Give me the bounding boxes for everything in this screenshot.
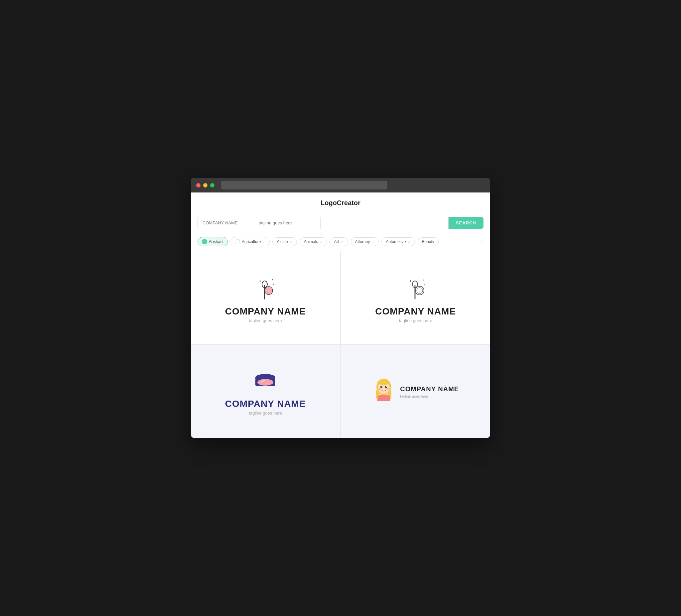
filter-label-abstract: Abstract	[209, 239, 224, 244]
filter-label-automotive: Automotive	[386, 239, 406, 244]
filter-automotive[interactable]: Automotive ✓	[381, 237, 415, 246]
svg-text:✦: ✦	[424, 283, 425, 285]
logo4-text: COMPANY NAME tagline goes here	[400, 385, 459, 398]
svg-point-27	[386, 386, 387, 387]
company-name-3: COMPANY NAME	[225, 399, 306, 409]
svg-text:✦: ✦	[273, 283, 274, 285]
logo-card-4[interactable]: COMPANY NAME tagline goes here	[341, 345, 490, 438]
url-bar[interactable]	[221, 181, 387, 189]
svg-point-29	[386, 388, 389, 390]
svg-rect-15	[255, 377, 275, 379]
tagline-input[interactable]	[254, 217, 321, 229]
close-button[interactable]	[196, 183, 201, 187]
tagline-1: tagline goes here	[249, 318, 282, 323]
svg-text:✦: ✦	[259, 279, 261, 283]
checkmark-automotive: ✓	[408, 240, 411, 244]
tagline-4: tagline goes here	[400, 394, 459, 398]
app-header: LogoCreator	[191, 192, 490, 212]
svg-point-26	[382, 386, 382, 387]
logo-icon-1: ✦ ✦ ✦	[252, 272, 279, 302]
svg-point-10	[417, 287, 423, 293]
filter-agriculture[interactable]: Agriculture ✓	[230, 237, 270, 246]
extra-input[interactable]	[321, 217, 449, 229]
filter-label-attorney: Attorney	[355, 239, 370, 244]
filter-label-airline: Airline	[277, 239, 287, 244]
logo-icon-2: ✦ ✦ ✦	[402, 272, 429, 302]
tagline-2: tagline goes here	[399, 318, 432, 323]
filter-label-animals: Animals	[304, 239, 318, 244]
svg-point-17	[257, 379, 273, 386]
svg-point-25	[385, 386, 387, 388]
checkmark-animals: ✓	[320, 240, 323, 244]
filter-art[interactable]: Art ✓	[330, 237, 348, 246]
checkmark-agriculture: ✓	[262, 240, 266, 244]
logo-inline-4: COMPANY NAME tagline goes here	[372, 376, 459, 407]
logo-icon-3	[250, 368, 280, 394]
svg-point-30	[378, 380, 390, 385]
checkmark-attorney: ✓	[372, 240, 374, 244]
filter-label-art: Art	[334, 239, 339, 244]
svg-point-28	[378, 388, 381, 390]
filter-attorney[interactable]: Attorney ✓	[351, 237, 379, 246]
filter-animals[interactable]: Animals ✓	[300, 237, 327, 246]
company-name-1: COMPANY NAME	[225, 306, 306, 317]
filter-beauty[interactable]: Beauty	[418, 237, 438, 246]
logo-card-1[interactable]: ✦ ✦ ✦ COMPANY NAME tagline goes here	[191, 251, 340, 344]
filter-airline[interactable]: Airline ✓	[272, 237, 297, 246]
svg-text:✦: ✦	[422, 279, 424, 281]
svg-point-24	[380, 386, 382, 388]
company-name-4: COMPANY NAME	[400, 385, 459, 393]
tagline-3: tagline goes here	[249, 411, 282, 415]
app-content: LogoCreator SEARCH ✓ Abstract Agricultur…	[191, 192, 490, 438]
logo-card-3[interactable]: COMPANY NAME tagline goes here	[191, 345, 340, 438]
svg-text:✦: ✦	[409, 279, 412, 283]
company-name-2: COMPANY NAME	[375, 306, 456, 317]
checkmark-airline: ✓	[289, 240, 293, 244]
search-bar: SEARCH	[191, 212, 490, 234]
logo-icon-4	[372, 376, 395, 403]
filter-check-abstract: ✓	[202, 239, 207, 244]
browser-titlebar	[191, 178, 490, 192]
checkmark-art: ✓	[341, 240, 344, 244]
maximize-button[interactable]	[210, 183, 215, 187]
svg-text:✦: ✦	[271, 279, 273, 281]
filter-abstract[interactable]: ✓ Abstract	[198, 237, 228, 246]
minimize-button[interactable]	[203, 183, 207, 187]
filter-bar: ✓ Abstract Agriculture ✓ Airline ✓ Anima…	[191, 234, 490, 251]
search-button[interactable]: SEARCH	[449, 217, 483, 229]
logo-grid: ✦ ✦ ✦ COMPANY NAME tagline goes here	[191, 251, 490, 438]
app-title: LogoCreator	[321, 199, 360, 206]
logo-card-2[interactable]: ✦ ✦ ✦ COMPANY NAME tagline goes here	[341, 251, 490, 344]
filter-label-agriculture: Agriculture	[242, 239, 261, 244]
filter-next-arrow[interactable]: →	[478, 239, 483, 245]
company-name-input[interactable]	[198, 217, 254, 229]
filter-check-agriculture	[235, 239, 240, 244]
filter-label-beauty: Beauty	[422, 239, 434, 244]
browser-window: LogoCreator SEARCH ✓ Abstract Agricultur…	[191, 178, 490, 438]
